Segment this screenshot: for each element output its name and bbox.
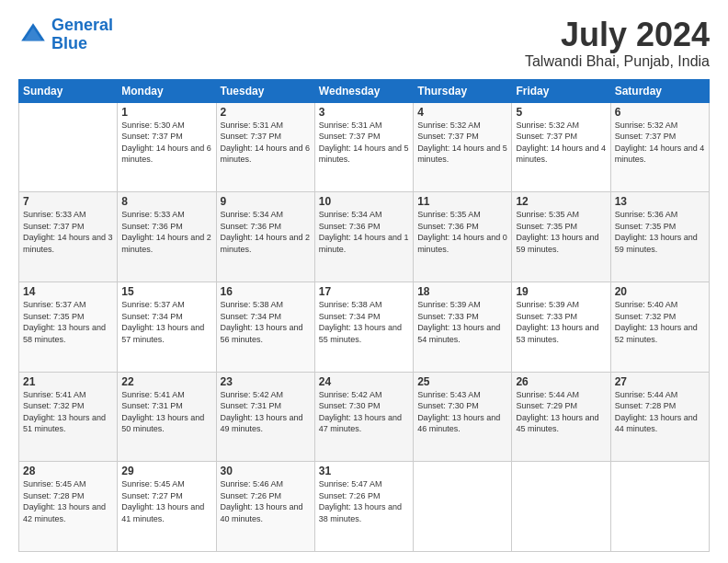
day-info: Sunrise: 5:32 AMSunset: 7:37 PMDaylight:… (417, 120, 507, 166)
calendar-week-row: 1Sunrise: 5:30 AMSunset: 7:37 PMDaylight… (19, 102, 710, 192)
day-number: 30 (221, 465, 311, 477)
day-number: 21 (23, 375, 113, 388)
day-number: 17 (319, 285, 409, 298)
day-info: Sunrise: 5:35 AMSunset: 7:36 PMDaylight:… (417, 209, 507, 255)
calendar-day-cell: 12Sunrise: 5:35 AMSunset: 7:35 PMDayligh… (512, 192, 610, 282)
day-of-week-header: Saturday (610, 79, 709, 102)
day-number: 25 (417, 375, 507, 388)
day-number: 16 (221, 285, 311, 298)
calendar-day-cell: 17Sunrise: 5:38 AMSunset: 7:34 PMDayligh… (314, 282, 413, 372)
calendar-day-cell: 1Sunrise: 5:30 AMSunset: 7:37 PMDaylight… (118, 102, 216, 192)
day-number: 3 (319, 106, 409, 119)
day-of-week-header: Monday (118, 79, 216, 102)
day-number: 31 (319, 465, 409, 477)
location-title: Talwandi Bhai, Punjab, India (525, 53, 710, 70)
day-info: Sunrise: 5:38 AMSunset: 7:34 PMDaylight:… (319, 299, 409, 345)
calendar-day-cell (512, 462, 610, 552)
calendar-day-cell: 20Sunrise: 5:40 AMSunset: 7:32 PMDayligh… (610, 282, 709, 372)
calendar-day-cell (414, 462, 512, 552)
calendar-week-row: 14Sunrise: 5:37 AMSunset: 7:35 PMDayligh… (19, 282, 710, 372)
day-info: Sunrise: 5:41 AMSunset: 7:32 PMDaylight:… (23, 389, 113, 435)
calendar-day-cell: 4Sunrise: 5:32 AMSunset: 7:37 PMDaylight… (414, 102, 512, 192)
calendar-day-cell: 2Sunrise: 5:31 AMSunset: 7:37 PMDaylight… (216, 102, 314, 192)
day-number: 7 (23, 195, 113, 208)
page: General Blue July 2024 Talwandi Bhai, Pu… (0, 0, 728, 563)
day-of-week-header: Thursday (414, 79, 512, 102)
day-info: Sunrise: 5:30 AMSunset: 7:37 PMDaylight:… (121, 120, 211, 166)
day-info: Sunrise: 5:34 AMSunset: 7:36 PMDaylight:… (319, 209, 409, 255)
logo-text: General Blue (51, 17, 113, 53)
day-info: Sunrise: 5:42 AMSunset: 7:31 PMDaylight:… (221, 389, 311, 435)
calendar-day-cell: 29Sunrise: 5:45 AMSunset: 7:27 PMDayligh… (118, 462, 216, 552)
day-number: 12 (516, 195, 606, 208)
day-number: 9 (221, 195, 311, 208)
day-info: Sunrise: 5:36 AMSunset: 7:35 PMDaylight:… (615, 209, 705, 255)
day-info: Sunrise: 5:32 AMSunset: 7:37 PMDaylight:… (516, 120, 606, 166)
calendar-day-cell: 27Sunrise: 5:44 AMSunset: 7:28 PMDayligh… (610, 372, 709, 462)
day-info: Sunrise: 5:33 AMSunset: 7:37 PMDaylight:… (23, 209, 113, 255)
calendar-week-row: 28Sunrise: 5:45 AMSunset: 7:28 PMDayligh… (19, 462, 710, 552)
day-number: 1 (121, 106, 211, 119)
day-info: Sunrise: 5:37 AMSunset: 7:35 PMDaylight:… (23, 299, 113, 345)
day-info: Sunrise: 5:39 AMSunset: 7:33 PMDaylight:… (516, 299, 606, 345)
calendar-header-row: SundayMondayTuesdayWednesdayThursdayFrid… (19, 79, 710, 102)
day-info: Sunrise: 5:40 AMSunset: 7:32 PMDaylight:… (615, 299, 705, 345)
day-info: Sunrise: 5:31 AMSunset: 7:37 PMDaylight:… (319, 120, 409, 166)
calendar-day-cell: 21Sunrise: 5:41 AMSunset: 7:32 PMDayligh… (19, 372, 118, 462)
calendar-day-cell: 22Sunrise: 5:41 AMSunset: 7:31 PMDayligh… (118, 372, 216, 462)
calendar-day-cell: 18Sunrise: 5:39 AMSunset: 7:33 PMDayligh… (414, 282, 512, 372)
day-info: Sunrise: 5:37 AMSunset: 7:34 PMDaylight:… (121, 299, 211, 345)
day-number: 5 (516, 106, 606, 119)
calendar-day-cell: 9Sunrise: 5:34 AMSunset: 7:36 PMDaylight… (216, 192, 314, 282)
day-number: 2 (221, 106, 311, 119)
day-info: Sunrise: 5:43 AMSunset: 7:30 PMDaylight:… (417, 389, 507, 435)
calendar-day-cell: 13Sunrise: 5:36 AMSunset: 7:35 PMDayligh… (610, 192, 709, 282)
day-number: 8 (121, 195, 211, 208)
calendar-day-cell: 30Sunrise: 5:46 AMSunset: 7:26 PMDayligh… (216, 462, 314, 552)
day-number: 23 (221, 375, 311, 388)
calendar-day-cell: 8Sunrise: 5:33 AMSunset: 7:36 PMDaylight… (118, 192, 216, 282)
day-number: 29 (121, 465, 211, 477)
day-number: 15 (121, 285, 211, 298)
day-of-week-header: Tuesday (216, 79, 314, 102)
day-number: 19 (516, 285, 606, 298)
day-info: Sunrise: 5:46 AMSunset: 7:26 PMDaylight:… (221, 478, 311, 524)
day-number: 28 (23, 465, 113, 477)
calendar-day-cell: 31Sunrise: 5:47 AMSunset: 7:26 PMDayligh… (314, 462, 413, 552)
calendar-day-cell (19, 102, 118, 192)
day-number: 13 (615, 195, 705, 208)
calendar-day-cell: 3Sunrise: 5:31 AMSunset: 7:37 PMDaylight… (314, 102, 413, 192)
calendar-day-cell: 10Sunrise: 5:34 AMSunset: 7:36 PMDayligh… (314, 192, 413, 282)
day-number: 6 (615, 106, 705, 119)
calendar-week-row: 7Sunrise: 5:33 AMSunset: 7:37 PMDaylight… (19, 192, 710, 282)
day-info: Sunrise: 5:44 AMSunset: 7:29 PMDaylight:… (516, 389, 606, 435)
day-info: Sunrise: 5:42 AMSunset: 7:30 PMDaylight:… (319, 389, 409, 435)
day-info: Sunrise: 5:33 AMSunset: 7:36 PMDaylight:… (121, 209, 211, 255)
day-of-week-header: Wednesday (314, 79, 413, 102)
day-number: 20 (615, 285, 705, 298)
calendar-day-cell: 24Sunrise: 5:42 AMSunset: 7:30 PMDayligh… (314, 372, 413, 462)
calendar-day-cell: 26Sunrise: 5:44 AMSunset: 7:29 PMDayligh… (512, 372, 610, 462)
calendar-day-cell: 28Sunrise: 5:45 AMSunset: 7:28 PMDayligh… (19, 462, 118, 552)
calendar-day-cell: 25Sunrise: 5:43 AMSunset: 7:30 PMDayligh… (414, 372, 512, 462)
day-info: Sunrise: 5:39 AMSunset: 7:33 PMDaylight:… (417, 299, 507, 345)
day-info: Sunrise: 5:41 AMSunset: 7:31 PMDaylight:… (121, 389, 211, 435)
day-info: Sunrise: 5:47 AMSunset: 7:26 PMDaylight:… (319, 478, 409, 524)
day-of-week-header: Friday (512, 79, 610, 102)
day-info: Sunrise: 5:35 AMSunset: 7:35 PMDaylight:… (516, 209, 606, 255)
day-number: 10 (319, 195, 409, 208)
logo: General Blue (18, 17, 113, 53)
day-number: 24 (319, 375, 409, 388)
calendar-day-cell: 15Sunrise: 5:37 AMSunset: 7:34 PMDayligh… (118, 282, 216, 372)
day-info: Sunrise: 5:38 AMSunset: 7:34 PMDaylight:… (221, 299, 311, 345)
day-info: Sunrise: 5:45 AMSunset: 7:28 PMDaylight:… (23, 478, 113, 524)
day-number: 26 (516, 375, 606, 388)
title-block: July 2024 Talwandi Bhai, Punjab, India (525, 17, 710, 70)
calendar-day-cell: 23Sunrise: 5:42 AMSunset: 7:31 PMDayligh… (216, 372, 314, 462)
calendar-day-cell: 6Sunrise: 5:32 AMSunset: 7:37 PMDaylight… (610, 102, 709, 192)
calendar-day-cell: 16Sunrise: 5:38 AMSunset: 7:34 PMDayligh… (216, 282, 314, 372)
day-number: 4 (417, 106, 507, 119)
calendar-day-cell: 11Sunrise: 5:35 AMSunset: 7:36 PMDayligh… (414, 192, 512, 282)
calendar-day-cell: 14Sunrise: 5:37 AMSunset: 7:35 PMDayligh… (19, 282, 118, 372)
day-info: Sunrise: 5:44 AMSunset: 7:28 PMDaylight:… (615, 389, 705, 435)
